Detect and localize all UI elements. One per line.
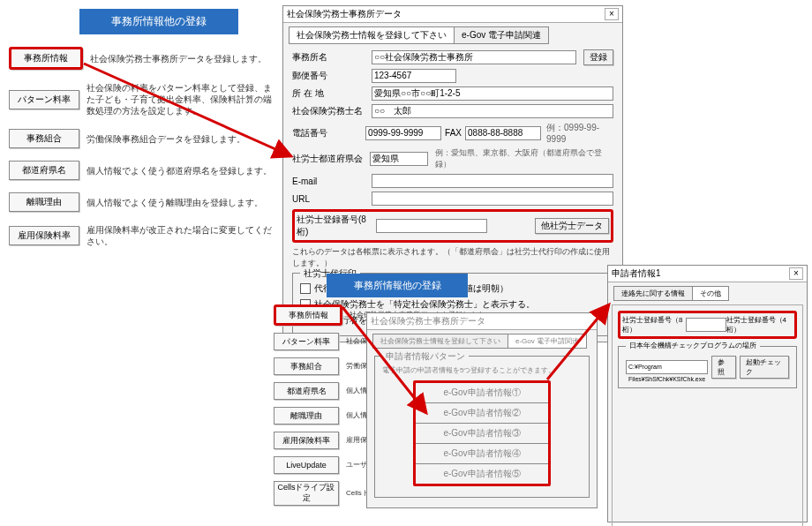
- nav-btn-pref-2[interactable]: 都道府県名: [274, 382, 339, 400]
- upper-register-block: 事務所情報他の登録 事務所情報 社会保険労務士事務所データを登録します。 パター…: [9, 9, 274, 259]
- nav-btn-cells-drive[interactable]: Cellsドライブ設定: [274, 481, 339, 506]
- applicant-info-dialog: 申請者情報1 × 連絡先に関する情報 その他 社労士登録番号（8桁） 社労士登録…: [607, 265, 808, 522]
- block-header: 事務所情報他の登録: [79, 9, 238, 34]
- tab-other[interactable]: その他: [692, 286, 729, 301]
- close-icon[interactable]: ×: [605, 8, 619, 20]
- tel-example: 例：0999-99-9999: [546, 122, 613, 144]
- egov-info-4[interactable]: e-Gov申請者情報④: [416, 444, 548, 464]
- label-fax: FAX: [445, 128, 462, 138]
- tab-sr-info-2[interactable]: 社会保険労務士情報を登録して下さい: [372, 334, 508, 349]
- dialog-title: 社会保険労務士事務所データ: [287, 8, 402, 20]
- nav-btn-prefecture[interactable]: 都道府県名: [9, 161, 79, 180]
- label-zip: 郵便番号: [292, 70, 372, 82]
- label-url: URL: [292, 194, 372, 204]
- nav-btn-emp-ins-2[interactable]: 雇用保険料率: [274, 432, 339, 449]
- nav-btn-liveupdate[interactable]: LiveUpdate: [274, 456, 339, 474]
- nav-desc: 個人情報でよく使う都道府県名を登録します。: [86, 165, 274, 177]
- nav-btn-union[interactable]: 事務組合: [9, 129, 79, 148]
- label-sr-name: 社会保険労務士名: [292, 105, 372, 117]
- ja-check-group-title: 日本年金機構チェックプログラムの場所: [626, 341, 760, 350]
- browse-button[interactable]: 参照: [711, 356, 736, 379]
- form-hint: これらのデータは各帳票に表示されます。（「都道府県会」は社労士代行印の作成に使用…: [292, 246, 613, 269]
- dialog-title: 申請者情報1: [612, 267, 661, 280]
- label-office-name: 事務所名: [292, 51, 372, 64]
- nav-btn-union-2[interactable]: 事務組合: [274, 357, 339, 375]
- input-tel[interactable]: 0999-99-9999: [365, 126, 441, 140]
- nav-btn-pattern-rate[interactable]: パターン料率: [9, 90, 79, 109]
- nav-btn-pattern-rate-2[interactable]: パターン料率: [274, 333, 339, 350]
- input-sr-name[interactable]: ○○ 太郎: [372, 104, 613, 118]
- tab-egov-2[interactable]: e-Gov 電子申請関連: [508, 334, 587, 349]
- nav-desc: 労働保険事務組合データを登録します。: [86, 133, 274, 145]
- nav-desc: 社会保険の料率をパターン料率として登録、また子ども・子育て拠出金料率、保険料計算…: [86, 82, 274, 116]
- nav-desc: 雇用保険料率が改正された場合に変更してください。: [86, 224, 274, 247]
- nav-btn-office-info[interactable]: 事務所情報: [9, 47, 83, 70]
- input-reg8[interactable]: [376, 219, 487, 233]
- input-office-name[interactable]: ○○社会保険労務士事務所: [372, 50, 576, 64]
- egov-info-5[interactable]: e-Gov申請者情報⑤: [416, 464, 548, 484]
- input-reg8-b[interactable]: [686, 318, 726, 332]
- block-header: 事務所情報他の登録: [327, 274, 468, 297]
- label-tel: 電話番号: [292, 127, 365, 139]
- nav-desc: 個人情報でよく使う離職理由を登録します。: [86, 197, 274, 208]
- egov-pattern-dialog: 社会保険労務士事務所データ 社会保険労務士情報を登録して下さい e-Gov 電子…: [366, 312, 598, 508]
- tab-sr-info[interactable]: 社会保険労務士情報を登録して下さい: [289, 26, 455, 44]
- pattern-note: 電子申請の申請者情報を5つ登録することができます。: [382, 365, 582, 375]
- tab-egov[interactable]: e-Gov 電子申請関連: [454, 26, 549, 44]
- dialog-title: 社会保険労務士事務所データ: [371, 315, 485, 327]
- pattern-group-title: 申請者情報パターン: [382, 350, 469, 363]
- tab-contact-info[interactable]: 連絡先に関する情報: [613, 286, 693, 301]
- input-url[interactable]: [372, 192, 613, 206]
- label-pref: 社労士都道府県会: [292, 153, 370, 165]
- egov-info-1[interactable]: e-Gov申請者情報①: [416, 383, 548, 403]
- nav-btn-emp-ins-rate[interactable]: 雇用保険料率: [9, 226, 79, 245]
- close-icon[interactable]: ×: [789, 267, 803, 280]
- label-reg8: 社労士登録番号(8桁): [297, 214, 376, 238]
- input-address[interactable]: 愛知県○○市○○町1-2-5: [372, 86, 613, 101]
- egov-info-2[interactable]: e-Gov申請者情報②: [416, 403, 548, 424]
- nav-btn-leave-2[interactable]: 離職理由: [274, 407, 339, 425]
- register-button[interactable]: 登録: [583, 49, 613, 65]
- egov-info-list: e-Gov申請者情報① e-Gov申請者情報② e-Gov申請者情報③ e-Go…: [413, 380, 551, 486]
- run-check-button[interactable]: 起動チェック: [740, 356, 789, 379]
- input-pref[interactable]: 愛知県: [370, 152, 428, 166]
- input-ja-check-path[interactable]: C:¥Program Files¥ShSfChk¥KSfChk.exe: [626, 360, 708, 374]
- label-email: E-mail: [292, 177, 372, 186]
- input-email[interactable]: [372, 174, 613, 188]
- nav-btn-leave-reason[interactable]: 離職理由: [9, 192, 79, 212]
- input-zip[interactable]: 123-4567: [372, 69, 456, 83]
- label-address: 所 在 地: [292, 87, 372, 100]
- input-fax[interactable]: 0888-88-8888: [465, 126, 541, 140]
- label-reg8-b: 社労士登録番号（8桁）: [622, 315, 686, 334]
- pref-hint: 例：愛知県、東京都、大阪府（都道府県会で登録）: [435, 147, 613, 170]
- nav-desc: 社会保険労務士事務所データを登録します。: [90, 53, 274, 64]
- nav-btn-office-info-2[interactable]: 事務所情報: [274, 304, 342, 326]
- label-reg4: 社労士登録番号（4桁）: [726, 315, 793, 334]
- egov-info-3[interactable]: e-Gov申請者情報③: [416, 424, 548, 444]
- other-sr-data-button[interactable]: 他社労士データ: [535, 218, 609, 234]
